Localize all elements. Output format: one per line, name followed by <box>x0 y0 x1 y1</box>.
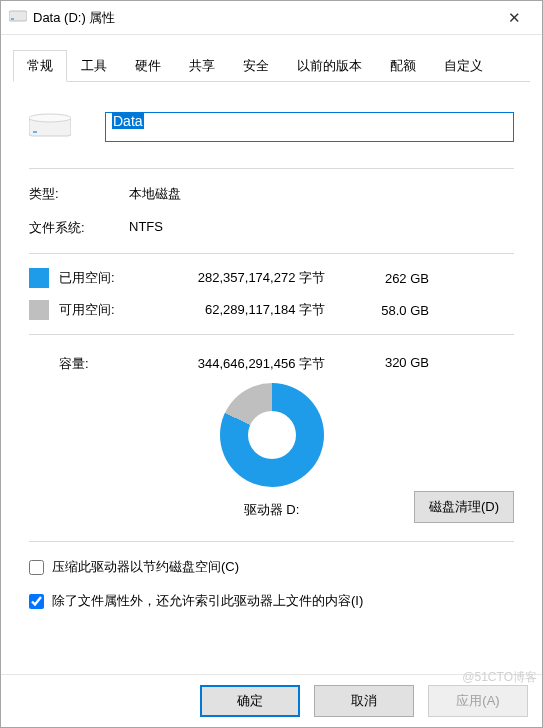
compress-checkbox-row[interactable]: 压缩此驱动器以节约磁盘空间(C) <box>29 558 514 576</box>
apply-button[interactable]: 应用(A) <box>428 685 528 717</box>
tab-4[interactable]: 安全 <box>229 50 283 82</box>
tabstrip: 常规工具硬件共享安全以前的版本配额自定义 <box>13 49 530 82</box>
divider <box>29 253 514 254</box>
watermark: @51CTO博客 <box>462 669 537 686</box>
cancel-button[interactable]: 取消 <box>314 685 414 717</box>
window-title: Data (D:) 属性 <box>33 9 494 27</box>
divider <box>29 541 514 542</box>
disk-cleanup-button[interactable]: 磁盘清理(D) <box>414 491 514 523</box>
free-gb: 58.0 GB <box>349 303 429 318</box>
used-bytes: 282,357,174,272 字节 <box>149 269 349 287</box>
titlebar: Data (D:) 属性 ✕ <box>1 1 542 35</box>
dialog-buttonbar: 确定 取消 应用(A) <box>1 674 542 727</box>
close-button[interactable]: ✕ <box>494 9 534 27</box>
free-swatch <box>29 300 49 320</box>
capacity-bytes: 344,646,291,456 字节 <box>149 355 349 373</box>
capacity-gb: 320 GB <box>349 355 429 373</box>
properties-dialog: Data (D:) 属性 ✕ 常规工具硬件共享安全以前的版本配额自定义 Data… <box>0 0 543 728</box>
tab-0[interactable]: 常规 <box>13 50 67 82</box>
tab-7[interactable]: 自定义 <box>430 50 497 82</box>
used-swatch <box>29 268 49 288</box>
drive-icon <box>9 9 27 26</box>
tab-3[interactable]: 共享 <box>175 50 229 82</box>
tab-content-general: Data 类型: 本地磁盘 文件系统: NTFS 已用空间: 282,357,1… <box>1 82 542 674</box>
tab-1[interactable]: 工具 <box>67 50 121 82</box>
drive-name-input[interactable]: Data <box>105 112 514 142</box>
tab-5[interactable]: 以前的版本 <box>283 50 376 82</box>
free-bytes: 62,289,117,184 字节 <box>149 301 349 319</box>
used-label: 已用空间: <box>59 269 149 287</box>
drive-large-icon <box>29 112 71 142</box>
divider <box>29 334 514 335</box>
used-gb: 262 GB <box>349 271 429 286</box>
index-checkbox[interactable] <box>29 594 44 609</box>
compress-checkbox[interactable] <box>29 560 44 575</box>
svg-point-4 <box>29 114 71 122</box>
tab-2[interactable]: 硬件 <box>121 50 175 82</box>
svg-rect-3 <box>33 131 37 133</box>
divider <box>29 168 514 169</box>
free-label: 可用空间: <box>59 301 149 319</box>
ok-button[interactable]: 确定 <box>200 685 300 717</box>
type-label: 类型: <box>29 185 129 203</box>
compress-label: 压缩此驱动器以节约磁盘空间(C) <box>52 558 239 576</box>
index-checkbox-row[interactable]: 除了文件属性外，还允许索引此驱动器上文件的内容(I) <box>29 592 514 610</box>
capacity-label: 容量: <box>29 355 149 373</box>
index-label: 除了文件属性外，还允许索引此驱动器上文件的内容(I) <box>52 592 363 610</box>
usage-pie-chart <box>220 383 324 487</box>
filesystem-label: 文件系统: <box>29 219 129 237</box>
svg-rect-1 <box>11 18 14 20</box>
filesystem-value: NTFS <box>129 219 514 237</box>
type-value: 本地磁盘 <box>129 185 514 203</box>
tab-6[interactable]: 配额 <box>376 50 430 82</box>
